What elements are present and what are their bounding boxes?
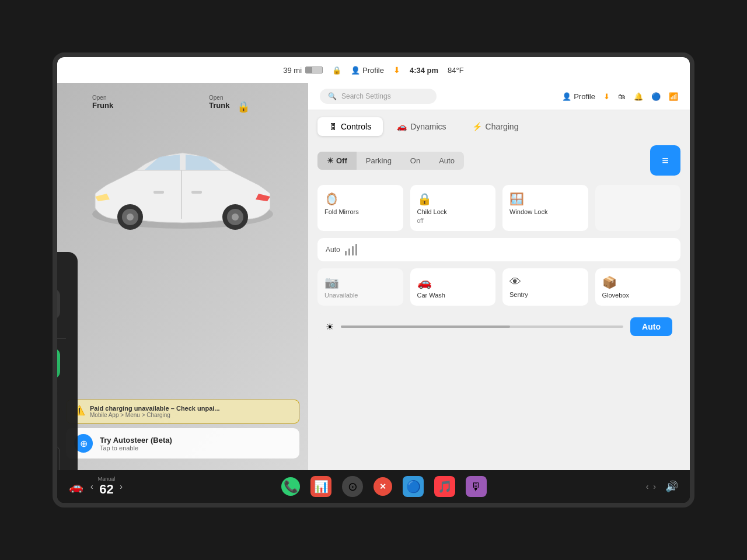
- glovebox-card[interactable]: 📦 Glovebox: [595, 268, 681, 306]
- controls-tabs: 🎛 Controls 🚗 Dynamics ⚡ Charging: [317, 117, 680, 136]
- taskbar-camera-btn[interactable]: ⊙: [342, 476, 363, 497]
- taskbar-nav-prev[interactable]: ‹: [646, 482, 649, 491]
- lighting-off-btn[interactable]: ☀ Off: [317, 152, 357, 170]
- search-placeholder: Search Settings: [341, 92, 391, 100]
- header-bt-icon: 🔵: [651, 92, 661, 101]
- car-wash-label: Car Wash: [417, 292, 446, 299]
- phone-icon: 📞: [57, 348, 60, 379]
- lighting-parking-btn[interactable]: Parking: [357, 152, 401, 170]
- child-lock-label: Child Lock: [417, 208, 447, 215]
- taskbar-left: 🚗 ‹ Manual 62 ›: [69, 476, 123, 497]
- taskbar-apple-music-btn[interactable]: 🎵: [434, 476, 455, 497]
- header-icons: 👤 Profile ⬇ 🛍 🔔 🔵 📶: [562, 92, 678, 101]
- volume-button[interactable]: 🔊: [665, 480, 678, 493]
- options-grid-row1: 🪞 Fold Mirrors 🔒 Child Lock off 🪟 Window…: [317, 185, 680, 231]
- fold-mirrors-label: Fold Mirrors: [324, 208, 359, 215]
- warning-text: Paid charging unavailable – Check unpai.…: [90, 405, 220, 418]
- brightness-icon: ☀: [326, 321, 334, 332]
- autosteer-banner[interactable]: ⊕ Try Autosteer (Beta) Tap to enable: [66, 428, 299, 459]
- fold-mirrors-card[interactable]: 🪞 Fold Mirrors: [317, 185, 403, 231]
- child-lock-card[interactable]: 🔒 Child Lock off: [410, 185, 496, 231]
- window-lock-card[interactable]: 🪟 Window Lock: [502, 185, 588, 231]
- trunk-lock-icon: 🔒: [237, 100, 250, 113]
- search-box[interactable]: 🔍 Search Settings: [320, 89, 437, 104]
- sentry-label: Sentry: [509, 291, 528, 298]
- browser-icon: 🌐: [57, 445, 60, 470]
- frunk-label[interactable]: Open Frunk: [92, 94, 113, 110]
- apps-row-2: 💬 Messages 🎬 Theater 🕹 Arcade ⭐ Toybox: [57, 445, 66, 470]
- window-lock-icon: 🪟: [509, 192, 524, 206]
- header-profile-icon: 👤: [562, 92, 571, 101]
- wiper-levels: [345, 244, 672, 256]
- action-icon: ≡: [662, 154, 669, 167]
- taskbar-equalizer-btn[interactable]: 📊: [310, 476, 331, 497]
- wipers-icon: 〽: [57, 289, 60, 319]
- trunk-label[interactable]: Open Trunk: [209, 94, 229, 110]
- unavailable-label: Unavailable: [324, 292, 358, 299]
- wiper-row: Auto: [317, 238, 680, 261]
- controls-icon: 🎛: [329, 122, 337, 131]
- car-wash-card[interactable]: 🚗 Car Wash: [410, 268, 496, 306]
- settings-header: 🔍 Search Settings 👤 Profile ⬇ 🛍 🔔 🔵 📶: [308, 83, 690, 110]
- app-phone[interactable]: 📞 Phone: [57, 348, 66, 388]
- right-panel: 🔍 Search Settings 👤 Profile ⬇ 🛍 🔔 🔵 📶: [308, 83, 690, 470]
- nav-arrows: ‹ ›: [646, 482, 656, 491]
- charging-icon: ⚡: [472, 122, 482, 131]
- speed-value: 62: [99, 482, 113, 497]
- status-time: 4:34 pm: [410, 66, 438, 75]
- status-profile-label: Profile: [362, 66, 384, 75]
- child-lock-icon: 🔒: [417, 192, 432, 206]
- wiper-level-1: [345, 251, 347, 256]
- app-wipers[interactable]: 〽 Wipers: [57, 289, 66, 329]
- taskbar-right: ‹ › 🔊: [646, 480, 678, 493]
- header-profile[interactable]: 👤 Profile: [562, 92, 595, 101]
- car-image: [69, 118, 296, 264]
- controls-label: Controls: [341, 122, 371, 131]
- taskbar-car-icon: 🚗: [69, 480, 83, 494]
- tesla-screen: 39 mi 🔒 👤 Profile ⬇ 4:34 pm 84°F Open Fr…: [53, 52, 694, 508]
- svg-point-7: [232, 214, 239, 220]
- taskbar-nav-next[interactable]: ›: [653, 482, 656, 491]
- header-store-icon: 🛍: [618, 92, 626, 101]
- speed-next-btn[interactable]: ›: [120, 482, 123, 491]
- lighting-on-btn[interactable]: On: [401, 152, 430, 170]
- action-button[interactable]: ≡: [650, 145, 680, 176]
- brightness-slider[interactable]: [341, 326, 623, 328]
- auto-button[interactable]: Auto: [630, 317, 672, 336]
- wiper-level-2: [348, 249, 350, 256]
- status-temp: 84°F: [448, 66, 464, 75]
- wiper-level-4: [355, 244, 357, 256]
- charging-warning: ⚠️ Paid charging unavailable – Check unp…: [66, 400, 299, 424]
- autosteer-title: Try Autosteer (Beta): [100, 436, 172, 444]
- unavailable-card[interactable]: 📷 Unavailable: [317, 268, 403, 306]
- warning-subtitle: Mobile App > Menu > Charging: [90, 412, 220, 418]
- tab-dynamics[interactable]: 🚗 Dynamics: [385, 117, 458, 136]
- options-grid-row2: 📷 Unavailable 🚗 Car Wash 👁 Sentry 📦 Glov…: [317, 268, 680, 306]
- autosteer-text: Try Autosteer (Beta) Tap to enable: [100, 436, 172, 452]
- left-panel: Open Frunk Open Trunk 🔒: [57, 83, 308, 470]
- lighting-buttons: ☀ Off Parking On Auto: [317, 152, 464, 170]
- app-browser[interactable]: 🌐 Browser: [57, 445, 66, 470]
- speed-prev-btn[interactable]: ‹: [90, 482, 93, 491]
- taskbar-apple-podcasts-btn[interactable]: 🎙: [466, 476, 487, 497]
- header-profile-label: Profile: [574, 92, 595, 101]
- status-profile[interactable]: 👤 Profile: [351, 66, 384, 75]
- lock-icon: 🔒: [332, 66, 341, 75]
- fold-mirrors-icon: 🪞: [324, 192, 339, 206]
- glovebox-label: Glovebox: [602, 292, 629, 299]
- taskbar-close-btn[interactable]: ✕: [374, 477, 392, 496]
- battery-bar: [305, 66, 323, 74]
- mileage: 39 mi: [283, 66, 302, 75]
- speed-nav: ‹ Manual 62 ›: [90, 476, 123, 497]
- lighting-auto-btn[interactable]: Auto: [430, 152, 464, 170]
- tab-charging[interactable]: ⚡ Charging: [460, 117, 530, 136]
- tab-controls[interactable]: 🎛 Controls: [317, 117, 383, 136]
- taskbar-phone-btn[interactable]: 📞: [281, 477, 300, 496]
- brightness-fill: [341, 326, 510, 328]
- car-illustration: [78, 138, 288, 243]
- taskbar-bluetooth-btn[interactable]: 🔵: [403, 476, 424, 497]
- autosteer-sub: Tap to enable: [100, 444, 172, 452]
- sentry-card[interactable]: 👁 Sentry: [502, 268, 588, 306]
- empty-card-1: [595, 185, 681, 231]
- svg-rect-8: [153, 191, 164, 194]
